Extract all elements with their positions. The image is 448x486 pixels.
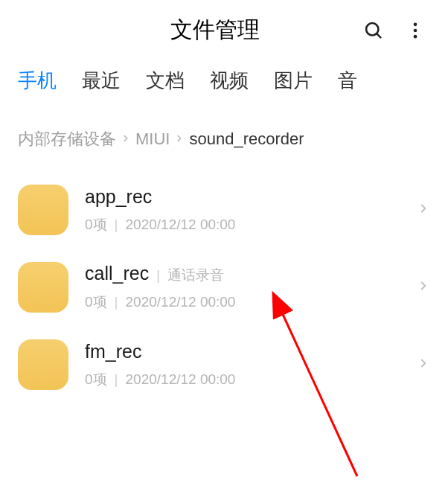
list-item[interactable]: fm_rec 0项 | 2020/12/12 00:00 (0, 326, 448, 403)
tab-image[interactable]: 图片 (274, 68, 313, 94)
tab-recent[interactable]: 最近 (82, 68, 121, 94)
breadcrumb-item[interactable]: 内部存储设备 (18, 128, 116, 150)
svg-point-3 (414, 28, 417, 32)
item-count: 0项 (85, 292, 107, 312)
file-name: call_rec (85, 263, 149, 284)
more-icon[interactable] (405, 20, 426, 41)
file-info: fm_rec 0项 | 2020/12/12 00:00 (85, 341, 417, 389)
item-count: 0项 (85, 370, 107, 389)
breadcrumb: 内部存储设备 MIUI sound_recorder (0, 106, 448, 168)
svg-point-2 (414, 22, 417, 26)
folder-icon (18, 262, 68, 313)
list-item[interactable]: app_rec 0项 | 2020/12/12 00:00 (0, 171, 448, 249)
file-info: call_rec | 通话录音 0项 | 2020/12/12 00:00 (85, 263, 417, 312)
chevron-right-icon (417, 202, 430, 218)
header-actions (363, 20, 426, 41)
separator: | (115, 294, 118, 310)
separator: | (115, 371, 118, 388)
folder-icon (18, 185, 68, 235)
app-header: 文件管理 (0, 0, 448, 59)
file-info: app_rec 0项 | 2020/12/12 00:00 (85, 186, 417, 234)
svg-line-1 (377, 33, 380, 37)
chevron-right-icon (417, 356, 430, 373)
file-name: app_rec (85, 186, 152, 208)
page-title: 文件管理 (67, 15, 363, 45)
separator: | (156, 268, 160, 284)
search-icon[interactable] (363, 20, 384, 41)
chevron-right-icon (417, 279, 430, 295)
category-tabs: 手机 最近 文档 视频 图片 音 (0, 59, 448, 106)
item-date: 2020/12/12 00:00 (126, 371, 236, 388)
separator: | (115, 217, 118, 233)
file-list: app_rec 0项 | 2020/12/12 00:00 call_rec |… (0, 168, 448, 406)
breadcrumb-item[interactable]: MIUI (135, 130, 170, 149)
file-name: fm_rec (85, 341, 141, 362)
list-item[interactable]: call_rec | 通话录音 0项 | 2020/12/12 00:00 (0, 249, 448, 326)
tab-phone[interactable]: 手机 (18, 68, 57, 94)
item-count: 0项 (85, 215, 107, 234)
chevron-right-icon (174, 132, 185, 147)
svg-point-4 (414, 34, 417, 38)
folder-icon (18, 339, 68, 390)
tab-docs[interactable]: 文档 (146, 68, 185, 94)
breadcrumb-current[interactable]: sound_recorder (189, 130, 304, 149)
tab-video[interactable]: 视频 (210, 68, 249, 94)
tab-audio[interactable]: 音 (338, 68, 357, 94)
chevron-right-icon (121, 132, 131, 147)
item-date: 2020/12/12 00:00 (126, 294, 236, 310)
file-subtitle: 通话录音 (167, 266, 224, 285)
item-date: 2020/12/12 00:00 (126, 217, 236, 233)
